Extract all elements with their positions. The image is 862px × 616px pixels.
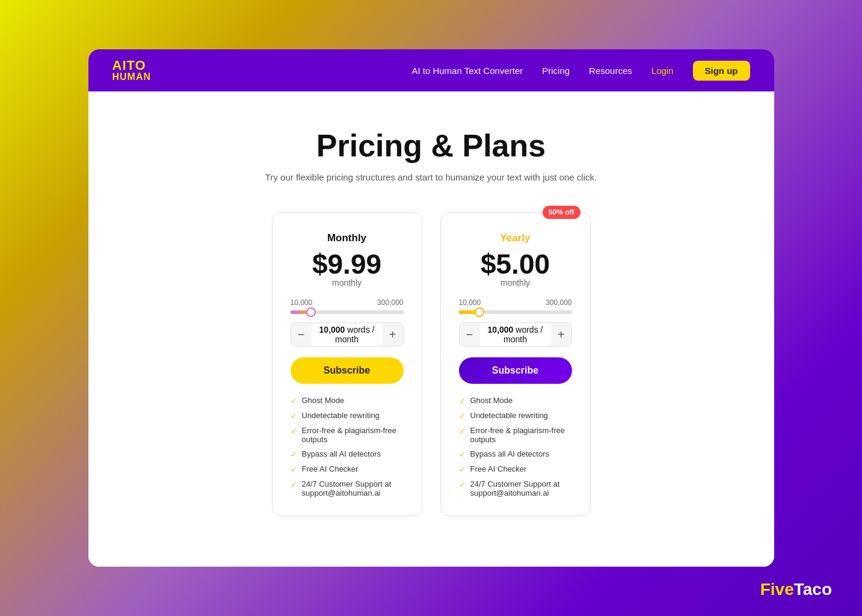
feature-item: ✓ Bypass all AI detectors	[291, 449, 404, 459]
feature-item: ✓ Error-free & plagiarism-free outputs	[291, 426, 404, 444]
check-icon: ✓	[459, 427, 466, 436]
subscribe-monthly-button[interactable]: Subscribe	[291, 357, 404, 384]
check-icon: ✓	[459, 465, 466, 474]
check-icon: ✓	[291, 480, 297, 489]
page-content: Pricing & Plans Try our flexible pricing…	[88, 91, 774, 567]
word-control-yearly: − 10,000 words / month +	[459, 322, 572, 346]
plans-row: Monthly $9.99 monthly 10,000 300,000 − 1…	[272, 212, 591, 516]
main-container: AITO HUMAN AI to Human Text Converter Pr…	[88, 49, 774, 567]
feature-list-yearly: ✓ Ghost Mode ✓ Undetectable rewriting ✓ …	[459, 396, 572, 497]
logo-aito: AITO	[112, 59, 152, 72]
check-icon: ✓	[459, 480, 466, 489]
word-increase-yearly[interactable]: +	[551, 323, 571, 346]
plan-name-yearly: Yearly	[459, 232, 572, 244]
plan-name-monthly: Monthly	[291, 232, 404, 244]
check-icon: ✓	[291, 411, 297, 420]
nav-ai-converter[interactable]: AI to Human Text Converter	[411, 66, 523, 76]
feature-item: ✓ Free AI Checker	[459, 464, 572, 474]
feature-item: ✓ Ghost Mode	[291, 396, 404, 405]
check-icon: ✓	[291, 396, 297, 405]
word-control-monthly: − 10,000 words / month +	[291, 322, 404, 346]
slider-max-monthly: 300,000	[377, 298, 403, 307]
discount-badge: 50% off	[543, 206, 580, 219]
plan-period-yearly: monthly	[459, 278, 572, 288]
logo-human: HUMAN	[112, 72, 152, 82]
slider-track-yearly[interactable]	[459, 310, 572, 314]
slider-max-yearly: 300,000	[546, 298, 571, 307]
feature-list-monthly: ✓ Ghost Mode ✓ Undetectable rewriting ✓ …	[291, 396, 404, 497]
plan-price-yearly: $5.00	[459, 250, 572, 278]
plan-price-monthly: $9.99	[291, 250, 404, 278]
check-icon: ✓	[291, 450, 297, 459]
word-display-monthly: 10,000 words / month	[312, 325, 383, 344]
nav-signup-button[interactable]: Sign up	[693, 61, 750, 81]
feature-item: ✓ 24/7 Customer Support at support@aitoh…	[459, 479, 572, 497]
feature-item: ✓ Bypass all AI detectors	[459, 449, 572, 459]
plan-card-yearly: 50% off Yearly $5.00 monthly 10,000 300,…	[440, 212, 591, 516]
nav-login[interactable]: Login	[651, 66, 674, 76]
word-display-yearly: 10,000 words / month	[480, 325, 551, 344]
feature-item: ✓ Error-free & plagiarism-free outputs	[459, 426, 572, 444]
navbar: AITO HUMAN AI to Human Text Converter Pr…	[88, 49, 774, 91]
check-icon: ✓	[291, 427, 297, 436]
feature-item: ✓ Ghost Mode	[459, 396, 572, 405]
feature-item: ✓ Free AI Checker	[291, 464, 404, 474]
slider-labels-monthly: 10,000 300,000	[291, 298, 404, 307]
check-icon: ✓	[459, 450, 466, 459]
page-title: Pricing & Plans	[316, 128, 546, 164]
slider-min-monthly: 10,000	[291, 298, 313, 307]
word-increase-monthly[interactable]: +	[383, 323, 403, 346]
nav-resources[interactable]: Resources	[589, 66, 632, 76]
check-icon: ✓	[291, 465, 297, 474]
nav-links: AI to Human Text Converter Pricing Resou…	[411, 61, 750, 81]
page-subtitle: Try our flexible pricing structures and …	[265, 172, 597, 182]
logo[interactable]: AITO HUMAN	[112, 59, 152, 82]
feature-item: ✓ Undetectable rewriting	[291, 411, 404, 420]
word-decrease-yearly[interactable]: −	[460, 323, 480, 346]
check-icon: ✓	[459, 411, 466, 420]
subscribe-yearly-button[interactable]: Subscribe	[459, 357, 572, 384]
word-decrease-monthly[interactable]: −	[291, 323, 312, 346]
nav-pricing[interactable]: Pricing	[542, 66, 570, 76]
plan-card-monthly: Monthly $9.99 monthly 10,000 300,000 − 1…	[272, 212, 422, 516]
check-icon: ✓	[459, 396, 466, 405]
feature-item: ✓ Undetectable rewriting	[459, 411, 572, 420]
slider-min-yearly: 10,000	[459, 298, 481, 307]
plan-period-monthly: monthly	[291, 278, 404, 288]
slider-labels-yearly: 10,000 300,000	[459, 298, 572, 307]
feature-item: ✓ 24/7 Customer Support at support@aitoh…	[291, 479, 404, 497]
slider-track-monthly[interactable]	[291, 310, 404, 314]
footer-brand: FiveTaco	[760, 580, 832, 599]
